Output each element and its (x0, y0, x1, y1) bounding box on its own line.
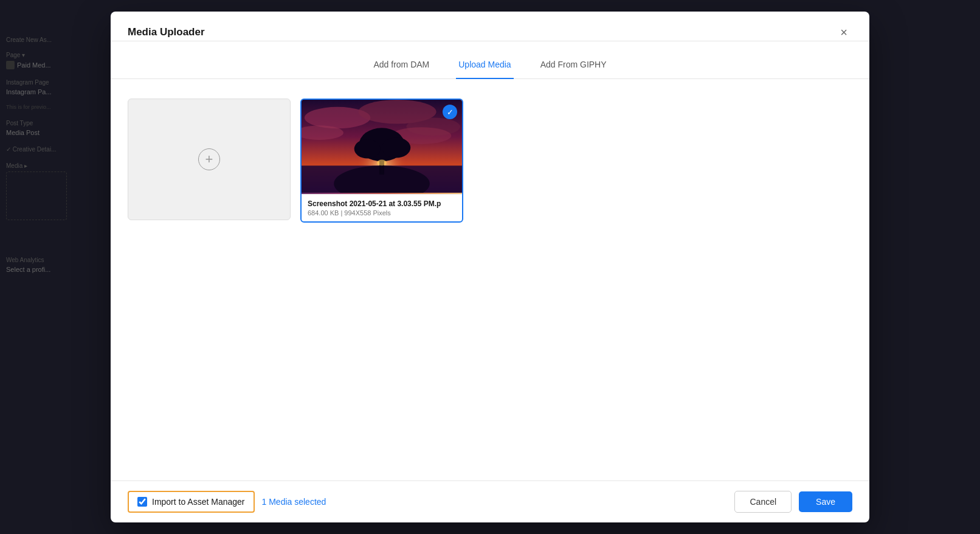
modal-body: + (111, 79, 869, 480)
import-to-asset-manager-label: Import to Asset Manager (152, 497, 245, 507)
media-grid: + (128, 99, 852, 223)
media-card-info: Screenshot 2021-05-21 at 3.03.55 PM.p 68… (302, 194, 462, 221)
svg-rect-15 (381, 167, 383, 173)
media-card-meta: 684.00 KB | 994X558 Pixels (308, 209, 456, 217)
modal-footer: Import to Asset Manager 1 Media selected… (111, 480, 869, 522)
selected-badge: ✓ (443, 105, 457, 119)
footer-right: Cancel Save (734, 491, 852, 513)
svg-point-16 (377, 160, 387, 166)
media-card-name: Screenshot 2021-05-21 at 3.03.55 PM.p (308, 199, 456, 208)
tab-add-from-dam[interactable]: Add from DAM (371, 51, 432, 79)
modal-overlay: Media Uploader × Add from DAM Upload Med… (0, 0, 980, 534)
svg-point-13 (382, 137, 410, 158)
tab-add-from-giphy[interactable]: Add From GIPHY (538, 51, 609, 79)
checkmark-icon: ✓ (447, 108, 454, 117)
tabs-bar: Add from DAM Upload Media Add From GIPHY (111, 51, 869, 79)
media-selected-count: 1 Media selected (262, 497, 326, 507)
cancel-button[interactable]: Cancel (734, 491, 792, 513)
media-card[interactable]: ✓ Screenshot 2021-05-21 at 3.03.55 PM.p … (300, 99, 463, 223)
media-card-image: ✓ (302, 100, 462, 194)
modal-title: Media Uploader (128, 26, 205, 38)
add-media-icon: + (198, 148, 220, 170)
import-to-asset-manager-checkbox[interactable] (137, 497, 147, 507)
save-button[interactable]: Save (799, 491, 852, 512)
upload-slot[interactable]: + (128, 99, 291, 220)
svg-point-12 (354, 139, 381, 159)
modal-header: Media Uploader × (111, 12, 869, 41)
footer-left: Import to Asset Manager 1 Media selected (128, 491, 326, 513)
media-uploader-modal: Media Uploader × Add from DAM Upload Med… (111, 12, 869, 522)
tab-upload-media[interactable]: Upload Media (456, 51, 513, 79)
close-button[interactable]: × (835, 24, 852, 41)
import-to-asset-manager-wrapper[interactable]: Import to Asset Manager (128, 491, 255, 513)
